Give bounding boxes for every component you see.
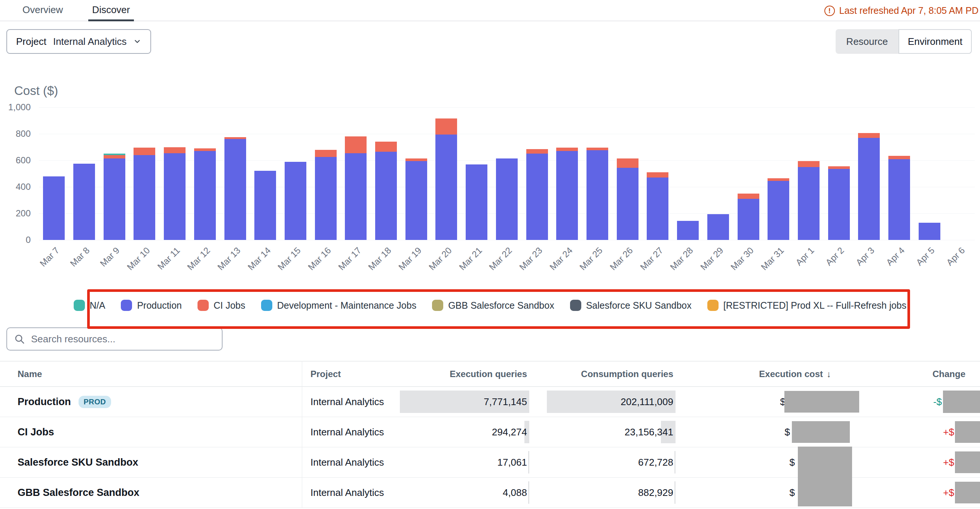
bar-segment-ci-jobs[interactable]	[556, 147, 578, 151]
bar-segment-ci-jobs[interactable]	[406, 159, 427, 161]
bar-segment-production[interactable]	[43, 176, 65, 240]
legend-item[interactable]: CI Jobs	[197, 300, 245, 311]
bar-stack[interactable]	[375, 142, 397, 240]
bar-segment-production[interactable]	[556, 151, 578, 240]
bar-segment-production[interactable]	[224, 139, 246, 240]
table-row-ci-jobs[interactable]: CI Jobs Internal Analytics 294,274 23,15…	[0, 417, 980, 447]
bar-stack[interactable]	[707, 214, 729, 240]
col-header-execution-cost[interactable]: Execution cost ↓	[676, 369, 835, 379]
bar-segment-production[interactable]	[707, 214, 729, 240]
bar-segment-ci-jobs[interactable]	[164, 147, 186, 153]
resource-name[interactable]: Salesforce SKU Sandbox	[18, 457, 138, 468]
legend-item[interactable]: N/A	[74, 300, 105, 311]
bar-segment-production[interactable]	[255, 171, 276, 240]
bar-stack[interactable]	[587, 147, 608, 240]
legend-item[interactable]: Development - Maintenance Jobs	[261, 300, 416, 311]
tab-overview[interactable]: Overview	[19, 0, 67, 21]
bar-segment-production[interactable]	[858, 138, 880, 240]
col-header-consumption-queries[interactable]: Consumption queries	[529, 369, 676, 379]
bar-segment-ci-jobs[interactable]	[647, 172, 668, 178]
bar-stack[interactable]	[647, 172, 668, 240]
col-header-project[interactable]: Project	[302, 369, 425, 379]
bar-segment-production[interactable]	[406, 161, 427, 240]
bar-segment-ci-jobs[interactable]	[828, 166, 850, 169]
table-row-production[interactable]: Production PROD Internal Analytics 7,771…	[0, 387, 980, 417]
bar-stack[interactable]	[345, 136, 367, 240]
bar-stack[interactable]	[406, 159, 427, 240]
bar-stack[interactable]	[315, 150, 337, 240]
bar-stack[interactable]	[768, 178, 789, 240]
col-header-execution-queries[interactable]: Execution queries	[425, 369, 529, 379]
bar-segment-production[interactable]	[828, 169, 850, 240]
resource-toggle-button[interactable]: Resource	[835, 29, 899, 54]
bar-segment-production[interactable]	[496, 159, 518, 240]
bar-stack[interactable]	[888, 156, 910, 240]
bar-segment-ci-jobs[interactable]	[587, 147, 608, 150]
bar-stack[interactable]	[919, 223, 940, 240]
col-header-name[interactable]: Name	[0, 369, 302, 379]
legend-item[interactable]: GBB Salesforce Sandbox	[432, 300, 554, 311]
bar-segment-ci-jobs[interactable]	[858, 133, 880, 138]
resource-name[interactable]: CI Jobs	[18, 427, 54, 438]
bar-segment-production[interactable]	[285, 162, 306, 240]
bar-stack[interactable]	[194, 148, 216, 240]
legend-item[interactable]: [RESTRICTED] Prod XL -- Full-Refresh job…	[707, 300, 906, 311]
bar-segment-production[interactable]	[617, 168, 638, 240]
bar-segment-ci-jobs[interactable]	[888, 156, 910, 159]
resource-name[interactable]: GBB Salesforce Sandbox	[18, 487, 140, 498]
bar-segment-production[interactable]	[526, 154, 548, 240]
bar-stack[interactable]	[858, 133, 880, 240]
bar-segment-ci-jobs[interactable]	[526, 149, 548, 154]
bar-segment-production[interactable]	[73, 164, 95, 240]
bar-segment-production[interactable]	[134, 155, 155, 240]
bar-stack[interactable]	[617, 159, 638, 240]
bar-segment-ci-jobs[interactable]	[768, 178, 789, 181]
bar-segment-production[interactable]	[375, 152, 397, 240]
bar-stack[interactable]	[164, 147, 186, 240]
legend-item[interactable]: Production	[121, 300, 182, 311]
bar-segment-production[interactable]	[466, 165, 487, 240]
bar-segment-ci-jobs[interactable]	[194, 148, 216, 151]
bar-segment-production[interactable]	[587, 150, 608, 240]
bar-stack[interactable]	[677, 221, 699, 240]
col-header-change[interactable]: Change	[835, 369, 980, 379]
tab-discover[interactable]: Discover	[88, 0, 134, 21]
resource-name[interactable]: Production	[18, 396, 71, 408]
bar-stack[interactable]	[466, 165, 487, 240]
bar-stack[interactable]	[134, 147, 155, 240]
bar-segment-production[interactable]	[647, 178, 668, 240]
bar-stack[interactable]	[43, 176, 65, 240]
bar-segment-ci-jobs[interactable]	[375, 142, 397, 152]
bar-segment-production[interactable]	[798, 167, 819, 240]
search-input[interactable]	[30, 333, 196, 345]
bar-stack[interactable]	[73, 164, 95, 240]
bar-segment-production[interactable]	[738, 199, 759, 240]
environment-toggle-button[interactable]: Environment	[899, 29, 972, 54]
bar-segment-production[interactable]	[677, 221, 699, 240]
bar-segment-ci-jobs[interactable]	[435, 119, 457, 135]
bar-segment-ci-jobs[interactable]	[617, 159, 638, 168]
bar-segment-ci-jobs[interactable]	[738, 193, 759, 199]
bar-segment-production[interactable]	[919, 223, 940, 240]
bar-stack[interactable]	[738, 193, 759, 240]
bar-segment-production[interactable]	[194, 151, 216, 240]
table-row-salesforce-sku-sandbox[interactable]: Salesforce SKU Sandbox Internal Analytic…	[0, 447, 980, 477]
bar-segment-production[interactable]	[888, 159, 910, 240]
bar-segment-ci-jobs[interactable]	[315, 150, 337, 157]
bar-stack[interactable]	[496, 159, 518, 240]
bar-segment-production[interactable]	[315, 157, 337, 240]
bar-stack[interactable]	[103, 154, 125, 240]
bar-stack[interactable]	[526, 149, 548, 240]
bar-segment-ci-jobs[interactable]	[798, 161, 819, 167]
project-filter-dropdown[interactable]: Project Internal Analytics	[6, 29, 151, 54]
bar-stack[interactable]	[224, 137, 246, 240]
legend-item[interactable]: Salesforce SKU Sandbox	[570, 300, 692, 311]
bar-stack[interactable]	[556, 147, 578, 240]
bar-segment-production[interactable]	[345, 153, 367, 240]
bar-stack[interactable]	[828, 166, 850, 240]
bar-segment-ci-jobs[interactable]	[345, 136, 367, 153]
bar-segment-ci-jobs[interactable]	[103, 155, 125, 159]
bar-segment-production[interactable]	[435, 135, 457, 240]
bar-segment-production[interactable]	[164, 153, 186, 240]
bar-segment-ci-jobs[interactable]	[134, 147, 155, 155]
